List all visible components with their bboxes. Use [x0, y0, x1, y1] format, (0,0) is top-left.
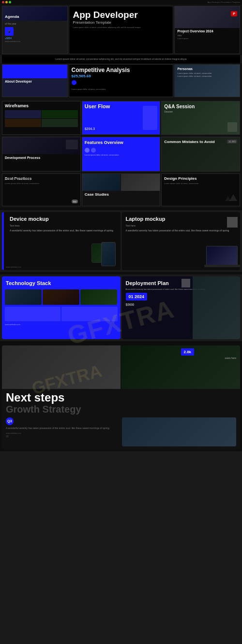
best-practices-title: Best Practices: [5, 176, 78, 181]
ns-badge-label: users here: [121, 357, 240, 359]
tech-website: www.website.com: [2, 322, 121, 327]
competitive-body: Lorem ipsum dolor sit amet, consectetur: [72, 88, 171, 90]
laptop-mockup-title: Laptop mockup: [122, 212, 241, 223]
features-body: Lorem ipsum dolor sit amet, consectetur: [85, 154, 158, 156]
hero-app-subtitle: Presentation Template: [73, 20, 169, 25]
personas-body: Lorem ipsum dolor sit amet, consectetur: [177, 72, 237, 74]
laptop-mockup-card[interactable]: Laptop mockup Text here A wonderful sere…: [122, 212, 241, 270]
minimize-dot[interactable]: [5, 1, 8, 3]
case-photo-1: [82, 174, 121, 191]
slide-best-practices[interactable]: Best Practices Lorem ipsum dolor sit ame…: [2, 173, 81, 206]
tech-stack-card[interactable]: Technology Stack www.website.com: [2, 276, 121, 339]
deploy-year: 01 2024: [126, 293, 148, 301]
slide-design-principles[interactable]: Design Principles Lorem ipsum dolor sit …: [161, 173, 240, 206]
tech-section: Technology Stack www.website.com Deploym…: [0, 274, 242, 341]
triangle-2: [225, 196, 231, 201]
userflow-amount: $204.3: [85, 127, 95, 130]
slide-features[interactable]: Features Overview Lorem ipsum dolor sit …: [82, 137, 161, 172]
tech-img-4: [5, 307, 60, 321]
slide-about[interactable]: About Developer: [2, 64, 68, 97]
tech-img-5: [61, 307, 117, 321]
slide-project-overview[interactable]: P Project Overview 2024 2004 Lorem ipsum: [174, 6, 240, 54]
nextsteps-sub-title: Growth Strategy: [6, 404, 236, 414]
ns-right-photo: [122, 417, 237, 446]
tech-img-1: [5, 289, 42, 305]
maximize-dot[interactable]: [9, 1, 11, 3]
device-mockup-body: A wonderful serenity has taken possessio…: [6, 228, 121, 233]
device-website: www.website.com: [6, 266, 21, 268]
mistakes-badge: 10,893: [227, 140, 237, 143]
slide-userflow[interactable]: User Flow $204.3: [82, 101, 161, 135]
q3-body: A wonderful serenity has taken possessio…: [6, 427, 121, 430]
competitive-title: Competitive Analysis: [72, 67, 171, 73]
wf-img-3: [5, 119, 41, 127]
phone-icon: 📱: [8, 30, 11, 33]
close-dot[interactable]: [2, 1, 4, 3]
best-practices-body: Lorem ipsum dolor sit amet, consectetur: [5, 182, 78, 185]
accent-strip: [2, 212, 4, 270]
deploy-card[interactable]: Deployment Plan A wonderful serenity has…: [122, 276, 241, 339]
website-label: www.website.com: [5, 40, 65, 43]
userflow-title: User Flow: [85, 104, 110, 109]
tech-images-grid: [2, 288, 121, 306]
slide-wireframes[interactable]: Wireframes: [2, 101, 81, 135]
slide-competitive[interactable]: Competitive Analysis $25,505.69 Lorem ip…: [69, 64, 174, 97]
features-title: Features Overview: [85, 140, 158, 145]
page-wrapper: App Developer Presentation Template Agen…: [0, 0, 242, 451]
slide-personas[interactable]: Personas Lorem ipsum dolor sit amet, con…: [174, 64, 240, 97]
personas-body2: Lorem ipsum dolor sit amet, consectetur: [177, 75, 237, 77]
ns-photo-office: [2, 345, 121, 389]
ns-bottom: Q3 A wonderful serenity has taken posses…: [2, 416, 240, 449]
wireframes-title: Wireframes: [5, 104, 78, 109]
qa-title: Q&A Session: [164, 104, 237, 109]
phone-mockup-shape: [101, 242, 116, 266]
hero-lorem: Lorem ipsum dolor sit amet, consectetur …: [6, 57, 236, 61]
ns-photo-code: 2.8k users here: [121, 345, 240, 389]
tech-stack-title: Technology Stack: [2, 276, 121, 288]
q3-icon: Q3: [6, 417, 14, 425]
ns-q3-area: Q3 A wonderful serenity has taken posses…: [6, 417, 121, 446]
qa-session-label: Session: [164, 110, 237, 113]
ns-slide-num: 20: [6, 435, 121, 438]
slide-qa[interactable]: Q&A Session Session: [161, 101, 240, 135]
design-principles-body: Lorem ipsum dolor sit amet, consectetur: [164, 182, 237, 185]
case-photo-2: [121, 174, 160, 191]
device-text-label: Text here: [6, 223, 121, 228]
window-title: App Developer Presentation Template: [208, 1, 240, 3]
ns-title-area: Next steps Growth Strategy: [2, 389, 240, 416]
wf-img-2: [42, 110, 78, 118]
hero-app-title: App Developer: [73, 10, 169, 19]
slide-case-studies[interactable]: Case Studies: [82, 173, 161, 206]
deploy-photo: [193, 276, 240, 339]
device-mockup-title: Device mockup: [6, 212, 121, 223]
wf-img-1: [5, 110, 41, 118]
phone-num: +6654: [5, 37, 65, 40]
project-title: Project Overview 2024: [177, 29, 237, 33]
agenda-title: Agenda: [5, 14, 19, 19]
dev-process-title: Development Process: [5, 156, 78, 160]
device-mockup-card[interactable]: Device mockup Text here A wonderful sere…: [2, 212, 121, 270]
slide-agenda[interactable]: Agenda of the year 📱 +6654 www.website.c…: [2, 6, 68, 54]
laptop-mockup-body: A wonderful serenity has taken possessio…: [122, 228, 241, 233]
wf-img-4: [42, 119, 78, 127]
laptop-shape: [206, 246, 238, 265]
project-body: Lorem ipsum: [177, 37, 237, 40]
hero-app-body: Lorem ipsum dolor sit amet, consectetur …: [73, 26, 169, 29]
nextsteps-main-title: Next steps: [6, 392, 236, 403]
ns-website: www.website.com: [6, 432, 121, 434]
case-studies-title: Case Studies: [85, 192, 158, 197]
nextsteps-wrapper: 2.8k users here Next steps Growth Strate…: [0, 343, 242, 451]
nextsteps-card[interactable]: 2.8k users here Next steps Growth Strate…: [2, 345, 240, 449]
slide-dev-process[interactable]: Development Process: [2, 137, 81, 172]
project-year: 2004: [177, 34, 237, 37]
slide-mistakes[interactable]: Common Mistakes to Avoid 10,893: [161, 137, 240, 172]
ios-badge: ios: [72, 200, 77, 203]
design-principles-title: Design Principles: [164, 176, 237, 181]
ppt-icon: P: [231, 11, 237, 16]
tech-img-3: [80, 289, 117, 305]
mistakes-title: Common Mistakes to Avoid: [164, 140, 237, 144]
about-title: About Developer: [5, 80, 65, 84]
slide-main-hero[interactable]: App Developer Presentation Template Lore…: [69, 6, 174, 54]
ns-badge: 2.8k: [181, 348, 195, 356]
window-chrome: App Developer Presentation Template: [0, 0, 242, 4]
